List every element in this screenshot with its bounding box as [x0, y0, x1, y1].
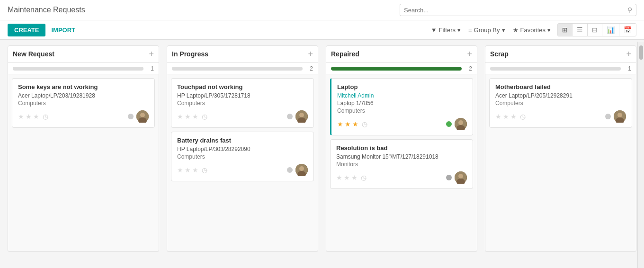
status-dot-card2 [287, 114, 293, 119]
star-3-card4[interactable]: ★ [352, 120, 358, 128]
groupby-button[interactable]: ≡ Group By ▾ [465, 25, 508, 36]
card-card2[interactable]: Touchpad not workingHP Laptop/LP/305/172… [171, 78, 314, 128]
card-card3[interactable]: Battery drains fastHP Laptop/LP/303/2829… [171, 132, 314, 181]
clock-icon-card4: ◷ [362, 120, 367, 128]
star-1-card6[interactable]: ★ [495, 113, 501, 120]
card-title-card4: Laptop [337, 83, 467, 90]
filter-icon: ▼ [431, 27, 437, 34]
column-add-new_request[interactable]: + [149, 50, 154, 58]
status-dot-card3 [287, 167, 293, 173]
progress-count-scrap: 1 [625, 65, 631, 72]
card-category-card6: Computers [495, 100, 626, 107]
svg-point-1 [140, 113, 145, 117]
star-3-card1[interactable]: ★ [33, 113, 39, 120]
card-footer-card2: ★★★◷ [177, 110, 308, 123]
svg-point-13 [458, 174, 463, 179]
favorites-label: Favorites [520, 27, 546, 34]
status-dot-card5 [446, 175, 452, 180]
card-title-card2: Touchpad not working [177, 83, 308, 90]
column-title-repaired: Repaired [331, 50, 359, 58]
stars-card4: ★★★◷ [337, 120, 367, 128]
avatar-card1 [136, 110, 149, 123]
search-icon: ⚲ [627, 6, 632, 14]
avatar-card4 [455, 118, 467, 130]
kanban-column-new_request: New Request + 1 Some keys are not workin… [8, 45, 159, 252]
star-3-card2[interactable]: ★ [192, 113, 198, 120]
progress-bar-bg-new_request [13, 67, 143, 71]
card-footer-card1: ★★★◷ [18, 110, 149, 123]
progress-bar-wrap-repaired: 2 [326, 63, 477, 74]
filters-button[interactable]: ▼ Filters ▾ [428, 25, 464, 36]
star-1-card1[interactable]: ★ [18, 113, 24, 120]
column-cards-scrap: Motherboard failedAcer Laptop/LP/205/129… [485, 74, 636, 132]
avatar-card6 [614, 110, 626, 123]
filters-chevron: ▾ [457, 27, 461, 34]
column-title-in_progress: In Progress [172, 50, 208, 58]
card-ref-card2: HP Laptop/LP/305/17281718 [177, 92, 308, 99]
clock-icon-card2: ◷ [202, 113, 207, 120]
card-assignee-card4: Mitchell Admin [337, 92, 467, 99]
star-2-card1[interactable]: ★ [26, 113, 32, 120]
column-title-new_request: New Request [13, 50, 54, 58]
column-add-in_progress[interactable]: + [308, 50, 313, 58]
calendar-view-button[interactable]: 📅 [619, 24, 636, 36]
progress-bar-wrap-scrap: 1 [485, 63, 636, 74]
scrollbar-thumb [639, 45, 643, 60]
stars-card3: ★★★◷ [177, 166, 207, 174]
card-card6[interactable]: Motherboard failedAcer Laptop/LP/205/129… [489, 78, 632, 128]
kanban-column-in_progress: In Progress + 2 Touchpad not workingHP L… [167, 45, 318, 252]
import-button[interactable]: IMPORT [51, 27, 75, 34]
card-title-card6: Motherboard failed [495, 83, 626, 90]
favorites-button[interactable]: ★ Favorites ▾ [510, 25, 554, 36]
progress-bar-bg-scrap [490, 67, 621, 71]
kanban-column-repaired: Repaired + 2 LaptopMitchell AdminLaptop … [326, 45, 477, 252]
avatar-card5 [455, 171, 467, 184]
card-title-card3: Battery drains fast [177, 137, 308, 144]
card-right-card3 [287, 164, 308, 176]
app-title: Maintenance Requests [8, 6, 85, 14]
column-add-scrap[interactable]: + [626, 50, 631, 58]
card-card4[interactable]: LaptopMitchell AdminLaptop 1/7856Compute… [330, 78, 473, 135]
groupby-label: Group By [474, 27, 500, 34]
star-3-card3[interactable]: ★ [192, 166, 198, 174]
card-card1[interactable]: Some keys are not workingAcer Laptop/LP/… [12, 78, 155, 128]
chart-view-button[interactable]: 📊 [602, 24, 619, 36]
star-1-card5[interactable]: ★ [336, 174, 342, 181]
progress-count-in_progress: 2 [306, 65, 313, 72]
create-button[interactable]: CREATE [8, 24, 45, 36]
search-bar: ⚲ [400, 4, 636, 16]
star-1-card3[interactable]: ★ [177, 166, 183, 174]
search-input[interactable] [404, 7, 627, 14]
favorites-icon: ★ [513, 27, 519, 34]
grid-view-button[interactable]: ⊟ [588, 24, 602, 36]
svg-point-7 [299, 166, 304, 171]
star-2-card6[interactable]: ★ [503, 113, 509, 120]
column-header-new_request: New Request + [8, 46, 159, 63]
star-2-card5[interactable]: ★ [344, 174, 350, 181]
column-header-repaired: Repaired + [326, 46, 477, 63]
clock-icon-card3: ◷ [202, 166, 207, 174]
star-2-card4[interactable]: ★ [345, 120, 351, 128]
card-right-card2 [287, 110, 308, 123]
star-1-card2[interactable]: ★ [177, 113, 183, 120]
kanban-scrollbar[interactable] [637, 42, 644, 258]
column-add-repaired[interactable]: + [467, 50, 472, 58]
list-view-button[interactable]: ☰ [572, 24, 588, 36]
progress-count-new_request: 1 [147, 65, 154, 72]
star-1-card4[interactable]: ★ [337, 120, 343, 128]
status-dot-card1 [128, 114, 134, 119]
avatar-card2 [295, 110, 308, 123]
favorites-chevron: ▾ [547, 27, 551, 34]
progress-bar-wrap-in_progress: 2 [167, 63, 318, 74]
star-2-card3[interactable]: ★ [185, 166, 191, 174]
card-category-card5: Monitors [336, 161, 467, 168]
groupby-icon: ≡ [468, 27, 472, 34]
card-category-card1: Computers [18, 100, 149, 107]
star-2-card2[interactable]: ★ [185, 113, 191, 120]
star-3-card5[interactable]: ★ [351, 174, 358, 181]
progress-bar-fill-repaired [331, 67, 462, 71]
star-3-card6[interactable]: ★ [510, 113, 517, 120]
card-category-card3: Computers [177, 153, 308, 160]
kanban-view-button[interactable]: ⊞ [558, 24, 572, 36]
card-card5[interactable]: Resolution is badSamsung Monitor 15"/MT/… [330, 139, 473, 189]
